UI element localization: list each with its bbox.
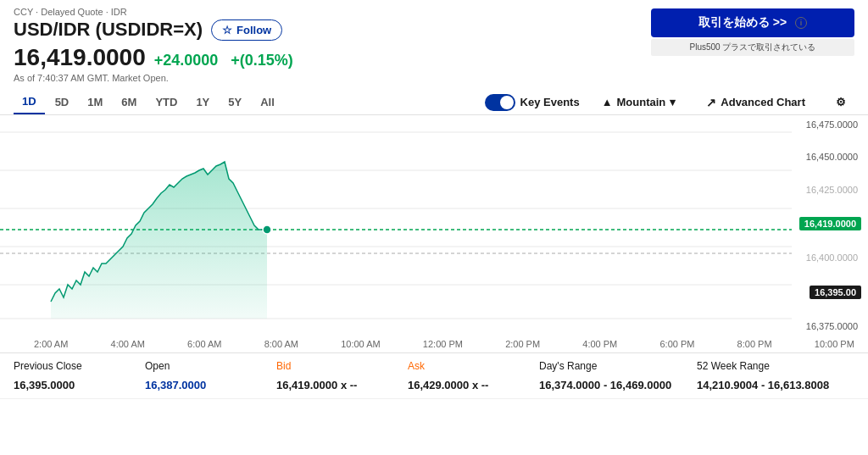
chart-type-label: Mountain xyxy=(617,96,666,108)
y-axis-labels: 16,475.0000 16,450.0000 16,425.0000 16,4… xyxy=(792,115,868,336)
x-label-10pm: 10:00 PM xyxy=(815,339,854,349)
follow-button[interactable]: ☆ Follow xyxy=(211,19,282,41)
y-label-4: 16,400.0000 xyxy=(806,252,865,263)
time-tabs: 1D 5D 1M 6M YTD 1Y 5Y All xyxy=(14,90,283,114)
y-label-5: 16,375.0000 xyxy=(806,321,865,331)
stat-open: Open 16,387.0000 xyxy=(145,360,276,391)
y-label-2: 16,450.0000 xyxy=(806,152,865,162)
x-label-8pm: 8:00 PM xyxy=(737,339,772,349)
y-label-1: 16,475.0000 xyxy=(806,119,865,130)
tab-1m[interactable]: 1M xyxy=(79,90,111,114)
tab-all[interactable]: All xyxy=(252,90,283,114)
tab-6m[interactable]: 6M xyxy=(113,90,145,114)
stat-value-prev-close: 16,395.0000 xyxy=(14,379,75,391)
star-icon: ☆ xyxy=(222,24,232,36)
ad-button-label: 取引を始める >> xyxy=(698,15,787,31)
current-price-badge: 16,419.0000 xyxy=(799,217,861,230)
x-label-10am: 10:00 AM xyxy=(341,339,380,349)
x-label-12pm: 12:00 PM xyxy=(423,339,463,349)
chart-toolbar: 1D 5D 1M 6M YTD 1Y 5Y All Key Events ▲ M… xyxy=(0,90,868,115)
stat-value-open: 16,387.0000 xyxy=(145,379,206,391)
key-events-toggle[interactable]: Key Events xyxy=(485,94,580,111)
info-icon: i xyxy=(795,17,807,29)
stat-value-52week: 14,210.9004 - 16,613.8008 xyxy=(697,379,829,391)
x-label-4am: 4:00 AM xyxy=(111,339,145,349)
ad-button[interactable]: 取引を始める >> i xyxy=(651,8,854,37)
chevron-down-icon: ▾ xyxy=(670,96,676,108)
main-price: 16,419.0000 xyxy=(14,44,146,71)
chart-area: 16,475.0000 16,450.0000 16,425.0000 16,4… xyxy=(0,115,868,336)
ad-info: Plus500 プラスで取引されている xyxy=(651,39,854,56)
x-axis: 2:00 AM 4:00 AM 6:00 AM 8:00 AM 10:00 AM… xyxy=(0,336,868,353)
settings-button[interactable]: ⚙ xyxy=(827,92,854,113)
tab-1y[interactable]: 1Y xyxy=(187,90,218,114)
prev-close-badge: 16,395.00 xyxy=(810,286,861,299)
chart-controls: Key Events ▲ Mountain ▾ ↗ Advanced Chart… xyxy=(485,92,854,114)
tab-5y[interactable]: 5Y xyxy=(220,90,250,114)
ticker-title: USD/IDR (USDIDR=X) xyxy=(14,19,203,41)
stats-row-1: Previous Close 16,395.0000 Open 16,387.0… xyxy=(0,353,868,399)
stat-ask: Ask 16,429.0000 x -- xyxy=(408,360,539,391)
toggle-switch[interactable] xyxy=(485,94,515,111)
gear-icon: ⚙ xyxy=(836,96,846,108)
stat-prev-close: Previous Close 16,395.0000 xyxy=(14,360,145,391)
advanced-label: Advanced Chart xyxy=(721,96,805,108)
stat-label-bid: Bid xyxy=(276,360,291,372)
follow-label: Follow xyxy=(236,24,271,36)
stat-days-range: Day's Range 16,374.0000 - 16,469.0000 xyxy=(539,360,697,391)
y-label-3: 16,425.0000 xyxy=(806,185,865,195)
current-price-dot xyxy=(263,225,271,234)
x-label-6am: 6:00 AM xyxy=(187,339,221,349)
stat-label-ask: Ask xyxy=(408,360,425,372)
key-events-label: Key Events xyxy=(520,96,580,108)
stat-label-52week: 52 Week Range xyxy=(697,360,770,372)
stat-value-days-range: 16,374.0000 - 16,469.0000 xyxy=(539,379,671,391)
tab-5d[interactable]: 5D xyxy=(47,90,78,114)
stat-52week: 52 Week Range 14,210.9004 - 16,613.8008 xyxy=(697,360,854,391)
x-label-6pm: 6:00 PM xyxy=(659,339,694,349)
as-of-text: As of 7:40:37 AM GMT. Market Open. xyxy=(14,73,854,83)
x-label-2pm: 2:00 PM xyxy=(505,339,540,349)
stat-label-prev-close: Previous Close xyxy=(14,360,82,372)
stat-label-days-range: Day's Range xyxy=(539,360,597,372)
price-change: +24.0000 +(0.15%) xyxy=(154,52,293,69)
advanced-chart-button[interactable]: ↗ Advanced Chart xyxy=(698,92,814,114)
tab-1d[interactable]: 1D xyxy=(14,90,45,114)
chart-type-button[interactable]: ▲ Mountain ▾ xyxy=(593,92,685,113)
x-label-8am: 8:00 AM xyxy=(264,339,298,349)
stat-bid: Bid 16,419.0000 x -- xyxy=(276,360,408,391)
tab-ytd[interactable]: YTD xyxy=(147,90,186,114)
stat-value-bid: 16,419.0000 x -- xyxy=(276,379,357,391)
x-label-4pm: 4:00 PM xyxy=(582,339,617,349)
stat-label-open: Open xyxy=(145,360,170,372)
mountain-icon: ▲ xyxy=(602,96,613,108)
ad-banner: 取引を始める >> i Plus500 プラスで取引されている xyxy=(651,8,854,56)
chart-svg xyxy=(0,115,792,336)
stat-value-ask: 16,429.0000 x -- xyxy=(408,379,488,391)
x-label-2am: 2:00 AM xyxy=(34,339,68,349)
chart-icon: ↗ xyxy=(706,96,716,109)
